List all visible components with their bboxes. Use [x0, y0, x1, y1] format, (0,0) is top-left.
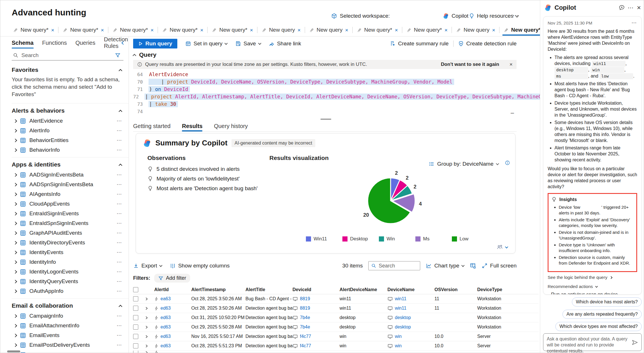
expand-icon[interactable] [13, 251, 17, 254]
suggestion-chip[interactable]: Which device has most alerts? [572, 297, 642, 307]
new-chat-icon[interactable] [619, 5, 625, 11]
table-row[interactable]: ed63Oct 28, 2025 5:51:23 PMDetection age… [133, 341, 539, 351]
device-id-link[interactable]: f4c77 [300, 334, 311, 339]
sidebar-scrollbar[interactable] [7, 350, 20, 352]
query-editor[interactable]: 64AlertEvidence70 | project DeviceId, De… [133, 71, 517, 115]
expand-icon[interactable] [13, 260, 17, 264]
expand-icon[interactable] [13, 343, 17, 347]
device-name-link[interactable]: desktop [395, 324, 411, 330]
item-more-button[interactable]: ⋯ [117, 201, 122, 206]
table-row[interactable]: ed63Oct 28, 2025 3:50:26 AMDetection age… [133, 304, 539, 313]
see-logic-link[interactable]: See the logic behind the query [548, 275, 637, 280]
alert-id-link[interactable]: ed63 [161, 315, 171, 320]
sidebar-tab-functions[interactable]: Functions [42, 36, 67, 49]
expand-icon[interactable] [13, 241, 17, 245]
schema-table-item[interactable]: EmailUrlInfo⋯ [12, 350, 129, 353]
item-more-button[interactable]: ⋯ [117, 211, 122, 216]
expand-icon[interactable] [13, 324, 17, 328]
schema-table-item[interactable]: BehaviorEntities⋯ [12, 135, 129, 145]
close-tab-icon[interactable]: × [297, 27, 300, 33]
item-more-button[interactable]: ⋯ [117, 172, 122, 177]
chart-info-icon[interactable] [505, 160, 510, 165]
table-row[interactable]: ea63Oct 28, 2025 3:50:26 AMBug Bash - CD… [133, 294, 539, 304]
results-tab-query-history[interactable]: Query history [214, 121, 248, 131]
table-row-partial[interactable] [133, 351, 539, 353]
expand-icon[interactable] [13, 222, 17, 225]
filter-icon[interactable] [115, 52, 121, 58]
close-tab-icon[interactable]: × [444, 27, 448, 33]
results-search-input[interactable]: Search [368, 261, 420, 270]
full-screen-button[interactable]: Full screen [482, 263, 517, 269]
save-button[interactable]: Save [235, 40, 261, 47]
item-more-button[interactable]: ⋯ [117, 192, 122, 197]
device-name-link[interactable]: win [395, 343, 402, 348]
export-button[interactable]: Export [133, 263, 162, 269]
query-tab[interactable]: New query× [452, 24, 499, 36]
expand-icon[interactable] [13, 173, 17, 177]
show-empty-columns-button[interactable]: Show empty columns [170, 263, 230, 269]
item-more-button[interactable]: ⋯ [117, 250, 122, 255]
device-name-link[interactable]: desktop [395, 315, 411, 320]
device-name-link[interactable]: win [395, 334, 402, 339]
alert-id-link[interactable]: ea63 [161, 296, 171, 301]
close-tab-icon[interactable]: × [51, 27, 54, 33]
section-header[interactable]: Alerts & behaviors [12, 105, 129, 116]
sidebar-tab-schema[interactable]: Schema [12, 36, 34, 49]
schema-table-item[interactable]: EntraIdSpnSignInEvents⋯ [12, 218, 129, 228]
expand-row-icon[interactable] [145, 351, 148, 353]
schema-table-item[interactable]: EmailPostDeliveryEvents⋯ [12, 340, 129, 350]
schema-table-item[interactable]: IdentityQueryEvents⋯ [12, 277, 129, 286]
expand-row-icon[interactable] [145, 317, 148, 319]
create-detection-rule-button[interactable]: Create detection rule [458, 40, 517, 47]
create-summary-rule-button[interactable]: Create summary rule [390, 40, 448, 47]
expand-icon[interactable] [13, 231, 17, 235]
close-tab-icon[interactable]: × [151, 27, 154, 33]
section-header[interactable]: Favorites [12, 64, 129, 75]
schema-search-input[interactable]: Search [12, 50, 123, 60]
expand-icon[interactable] [13, 129, 17, 133]
header-more-button[interactable]: ⋯ [513, 12, 519, 19]
schema-table-item[interactable]: AADSpnSignInEventsBeta⋯ [12, 180, 129, 189]
item-more-button[interactable]: ⋯ [117, 118, 122, 123]
schema-table-item[interactable]: IdentityEvents⋯ [12, 247, 129, 257]
expand-row-icon[interactable] [145, 335, 148, 338]
query-tab[interactable]: New query× [257, 24, 305, 36]
copilot-button[interactable]: Copilot [443, 13, 468, 19]
close-tab-icon[interactable]: × [395, 27, 398, 33]
expand-icon[interactable] [13, 334, 17, 337]
device-id-link[interactable]: 8819 [300, 296, 310, 301]
suggestion-chip[interactable]: Which device types are most affected? [555, 322, 642, 331]
query-tab[interactable]: New query*× [208, 24, 257, 36]
schema-table-item[interactable]: AIAgentsInfo⋯ [12, 189, 129, 199]
schema-table-item[interactable]: CloudAppEvents⋯ [12, 199, 129, 209]
schema-table-item[interactable]: GraphAPIAuditEvents⋯ [12, 228, 129, 238]
dismiss-notice-button[interactable]: Don't want to see it again [441, 62, 499, 67]
share-link-button[interactable]: Share link [269, 40, 301, 47]
results-tab-results[interactable]: Results [182, 121, 202, 131]
sidebar-tab-queries[interactable]: Queries [75, 36, 95, 49]
item-more-button[interactable]: ⋯ [117, 128, 122, 133]
item-more-button[interactable]: ⋯ [117, 230, 122, 236]
alert-id-link[interactable]: ed63 [161, 306, 171, 311]
item-more-button[interactable]: ⋯ [117, 279, 122, 284]
group-by-dropdown[interactable]: Group by: DeviceName [429, 161, 499, 167]
schema-table-item[interactable]: CampaignInfo⋯ [12, 311, 129, 321]
schema-table-item[interactable]: AlertInfo⋯ [12, 126, 129, 135]
recommended-actions-toggle[interactable]: Recommended actions [548, 284, 637, 289]
row-checkbox[interactable] [133, 296, 138, 301]
item-more-button[interactable]: ⋯ [117, 333, 122, 338]
alert-id-link[interactable]: ed63 [161, 343, 171, 348]
alert-id-link[interactable]: ed63 [161, 324, 171, 330]
pane-splitter-handle[interactable] [320, 119, 331, 120]
copilot-more-button[interactable]: ⋯ [628, 5, 634, 11]
feedback-control[interactable] [496, 244, 508, 250]
device-name-link[interactable]: win11 [395, 306, 407, 311]
query-section-header[interactable]: Query [133, 51, 157, 58]
schema-table-item[interactable]: IdentityDirectoryEvents⋯ [12, 238, 129, 247]
schema-table-item[interactable]: IdentityInfo⋯ [12, 257, 129, 267]
set-in-query-button[interactable]: Set in query [185, 40, 227, 47]
query-tab[interactable]: New query*× [58, 24, 108, 36]
schema-table-item[interactable]: EntraIdSignInEvents⋯ [12, 209, 129, 218]
item-more-button[interactable]: ⋯ [117, 147, 122, 153]
row-checkbox[interactable] [133, 351, 138, 353]
